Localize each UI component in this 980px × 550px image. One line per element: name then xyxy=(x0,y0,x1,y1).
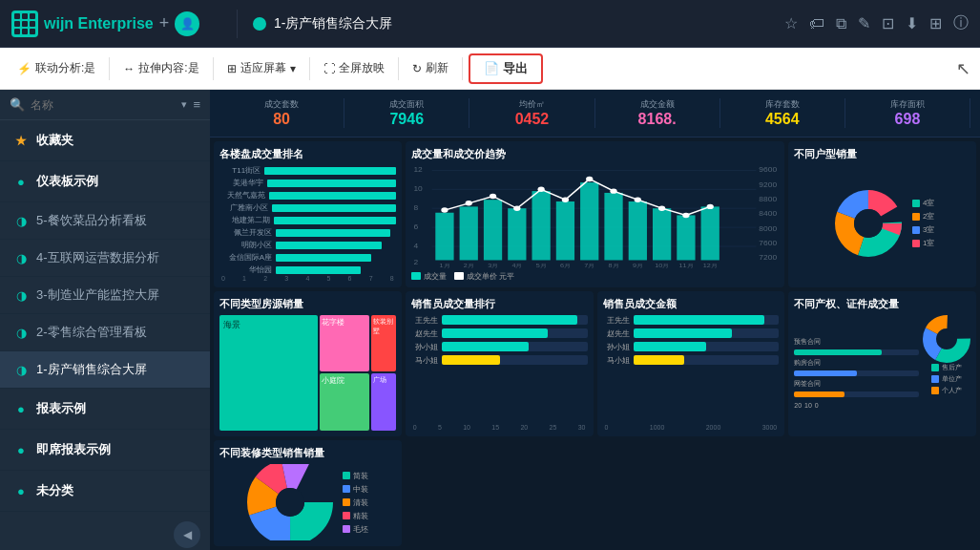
toolbar-div1 xyxy=(109,57,110,80)
svg-rect-23 xyxy=(556,201,574,260)
sidebar-label-instant: 即席报表示例 xyxy=(36,441,111,458)
sidebar-label-dashboard: 仪表板示例 xyxy=(36,173,98,190)
export-icon: 📄 xyxy=(484,61,499,75)
type-donut-title: 不同户型销量 xyxy=(794,147,970,161)
toolbar-shiying[interactable]: ⊞ 适应屏幕 ▾ xyxy=(219,56,303,80)
toolbar-quanping[interactable]: ⛶ 全屏放映 xyxy=(316,56,392,80)
edit-icon[interactable]: ✎ xyxy=(858,14,870,32)
download-icon[interactable]: ⬇ xyxy=(906,14,918,32)
export-button[interactable]: 📄 导出 xyxy=(469,53,543,84)
toolbar: ⚡ 联动分析:是 ↔ 拉伸内容:是 ⊞ 适应屏幕 ▾ ⛶ 全屏放映 ↻ 刷新 📄… xyxy=(0,48,980,90)
image-icon[interactable]: ⊡ xyxy=(882,14,894,32)
stat-value-1: 7946 xyxy=(389,111,424,128)
svg-text:8000: 8000 xyxy=(759,225,777,233)
svg-point-37 xyxy=(610,188,616,193)
svg-text:8400: 8400 xyxy=(759,210,777,218)
stat-value-3: 8168. xyxy=(638,111,677,128)
search-input[interactable] xyxy=(31,98,176,112)
decoration-legend: 简装 中装 清装 精装 毛坯 xyxy=(343,471,368,535)
sidebar-label-1: 1-房产销售综合大屏 xyxy=(36,361,147,378)
svg-text:9600: 9600 xyxy=(759,166,777,174)
toolbar-liandong[interactable]: ⚡ 联动分析:是 xyxy=(10,56,103,80)
stat-value-2: 0452 xyxy=(515,111,550,128)
add-button[interactable]: + xyxy=(159,13,170,33)
sidebar-item-4-internet[interactable]: ◑ 4-互联网运营数据分析 xyxy=(0,240,210,277)
sidebar-label-4: 4-互联网运营数据分析 xyxy=(36,249,159,266)
internet-icon: ◑ xyxy=(13,250,29,265)
sidebar-item-5-catering[interactable]: ◑ 5-餐饮菜品分析看板 xyxy=(0,202,210,240)
stat-chengjiao-taoshu: 成交套数 80 xyxy=(219,98,344,128)
sidebar-item-dashboard-examples[interactable]: ● 仪表板示例 xyxy=(0,161,210,202)
stat-value-5: 698 xyxy=(895,111,921,128)
svg-text:9200: 9200 xyxy=(759,181,777,189)
card-building-rank: 各楼盘成交量排名 T11街区 美港华宇 天然气嘉苑 广雅南小区 地建第二期 佩兰… xyxy=(214,141,402,287)
svg-rect-20 xyxy=(484,200,502,260)
svg-point-36 xyxy=(586,177,593,181)
shiying-label: 适应屏幕 xyxy=(240,60,286,76)
sidebar: 🔍 ▾ ≡ ★ 收藏夹 ● 仪表板示例 ◑ 5-餐饮菜品分析看板 ◑ 4-互联网… xyxy=(0,90,210,550)
card-salesperson-amount: 销售员成交金额 王先生 赵先生 孙小姐 马小姐 xyxy=(597,291,785,437)
svg-text:12: 12 xyxy=(413,166,422,174)
toolbar-shuaxin[interactable]: ↻ 刷新 xyxy=(405,56,456,80)
amount-row-0: 王先生 xyxy=(603,315,780,326)
svg-point-33 xyxy=(513,205,520,210)
bar-row-1: 美港华宇 xyxy=(219,178,396,188)
star-icon: ★ xyxy=(13,133,29,148)
sidebar-item-instant-report[interactable]: ● 即席报表示例 xyxy=(0,430,210,471)
user-avatar[interactable]: 👤 xyxy=(175,11,199,36)
bar-row-7: 金信国际A座 xyxy=(219,252,396,263)
svg-text:3月: 3月 xyxy=(488,263,498,268)
svg-rect-22 xyxy=(532,191,550,260)
shiying-dropdown-icon: ▾ xyxy=(290,62,296,75)
header: wijn Enterprise + 👤 1-房产销售综合大屏 ☆ 🏷 ⧉ ✎ ⊡… xyxy=(0,0,980,48)
content-area: 成交套数 80 成交面积 7946 均价㎡ 0452 成交金额 8168. 库存… xyxy=(210,90,980,550)
star-icon[interactable]: ☆ xyxy=(784,14,798,32)
sidebar-item-3-manufacturing[interactable]: ◑ 3-制造业产能监控大屏 xyxy=(0,277,210,314)
instant-icon: ● xyxy=(13,442,29,457)
svg-text:8月: 8月 xyxy=(608,263,618,268)
amount-row-2: 孙小姐 xyxy=(603,342,780,352)
svg-point-35 xyxy=(562,197,569,201)
stat-kucun-mianji: 库存面积 698 xyxy=(845,98,970,128)
grid-icon[interactable]: ⊞ xyxy=(929,14,942,32)
svg-rect-28 xyxy=(677,215,695,260)
sidebar-item-2-retail[interactable]: ◑ 2-零售综合管理看板 xyxy=(0,314,210,351)
filter-icon[interactable]: ≡ xyxy=(193,97,200,112)
sidebar-item-favorites[interactable]: ★ 收藏夹 xyxy=(0,120,210,161)
main-area: 🔍 ▾ ≡ ★ 收藏夹 ● 仪表板示例 ◑ 5-餐饮菜品分析看板 ◑ 4-互联网… xyxy=(0,90,980,550)
amount-row-1: 赵先生 xyxy=(603,328,780,339)
sort-icon[interactable]: ▾ xyxy=(181,98,187,111)
svg-rect-19 xyxy=(459,206,477,260)
property-cert-title: 不同产权、证件成交量 xyxy=(794,297,970,311)
svg-text:10: 10 xyxy=(413,185,422,193)
svg-point-40 xyxy=(682,213,689,218)
building-rank-title: 各楼盘成交量排名 xyxy=(219,147,396,161)
svg-point-30 xyxy=(441,207,448,212)
svg-text:6月: 6月 xyxy=(560,263,571,268)
bar-row-3: 广雅南小区 xyxy=(219,202,396,213)
sales-row-1: 赵先生 xyxy=(411,328,588,339)
tag-icon[interactable]: 🏷 xyxy=(809,15,824,32)
sidebar-item-1-realestate[interactable]: ◑ 1-房产销售综合大屏 xyxy=(0,351,210,389)
property-donut-legend: 售后产 单位产 个人产 xyxy=(931,363,962,395)
card-property-cert: 不同产权、证件成交量 预售合同 购房合同 网签合同 xyxy=(788,291,976,437)
stat-label-4: 库存套数 xyxy=(765,98,800,111)
info-icon[interactable]: ⓘ xyxy=(953,13,969,33)
card-salesperson-rank: 销售员成交量排行 王先生 赵先生 孙小姐 马小姐 xyxy=(406,291,594,437)
collapse-button[interactable]: ◀ xyxy=(174,521,200,548)
svg-rect-21 xyxy=(508,208,526,260)
svg-point-32 xyxy=(490,194,496,199)
bar-row-8: 华怡园 xyxy=(219,264,396,275)
svg-rect-24 xyxy=(580,182,598,260)
bar-row-2: 天然气嘉苑 xyxy=(219,190,396,201)
header-actions: ☆ 🏷 ⧉ ✎ ⊡ ⬇ ⊞ ⓘ xyxy=(784,13,969,33)
copy-icon[interactable]: ⧉ xyxy=(836,15,846,32)
treemap-cell-ruanzhuang: 软装别墅 xyxy=(371,315,396,372)
card-type-treemap: 不同类型房源销量 海景 花字楼 软装别墅 小庭院 广场 xyxy=(214,291,402,437)
svg-text:9月: 9月 xyxy=(633,263,643,268)
sidebar-item-report-examples[interactable]: ● 报表示例 xyxy=(0,389,210,430)
sidebar-item-uncategorized[interactable]: ● 未分类 xyxy=(0,471,210,512)
quanping-icon: ⛶ xyxy=(323,62,335,75)
toolbar-lashen[interactable]: ↔ 拉伸内容:是 xyxy=(115,56,206,80)
liandong-label: 联动分析:是 xyxy=(35,60,95,76)
